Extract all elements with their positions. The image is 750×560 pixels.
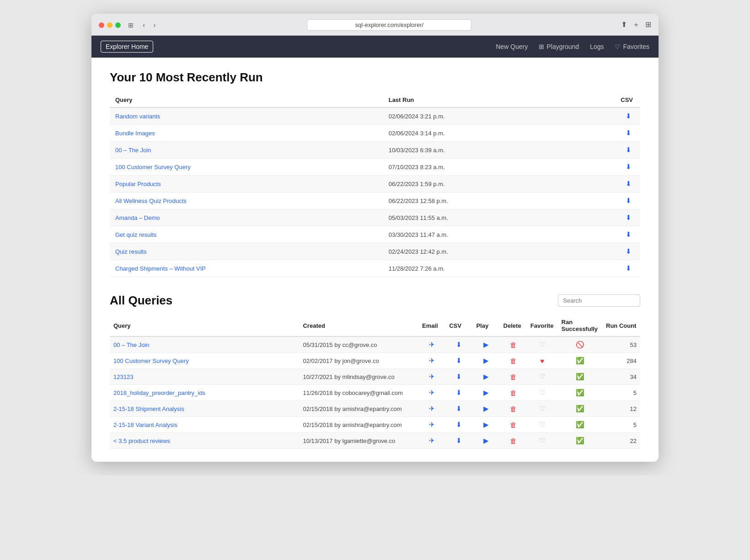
delete-button[interactable]: 🗑 bbox=[509, 405, 518, 413]
favorite-button[interactable]: ♡ bbox=[538, 372, 546, 381]
recent-csv-cell: ⬇ bbox=[573, 142, 640, 159]
recent-csv-download-button[interactable]: ⬇ bbox=[624, 264, 633, 273]
nav-favorites[interactable]: ♡ Favorites bbox=[615, 43, 649, 50]
delete-button[interactable]: 🗑 bbox=[509, 437, 518, 445]
maximize-button[interactable] bbox=[115, 22, 121, 28]
back-button[interactable]: ‹ bbox=[141, 20, 147, 30]
forward-button[interactable]: › bbox=[151, 20, 157, 30]
csv-download-button[interactable]: ⬇ bbox=[455, 404, 463, 413]
email-button[interactable]: ✈ bbox=[428, 340, 436, 349]
recent-section-title: Your 10 Most Recently Run bbox=[110, 70, 640, 85]
play-button[interactable]: ▶ bbox=[482, 372, 490, 381]
query-created-cell: 02/15/2018 by amishra@epantry.com bbox=[299, 417, 418, 433]
recent-query-link[interactable]: Random variants bbox=[115, 113, 160, 120]
recent-csv-download-button[interactable]: ⬇ bbox=[624, 213, 633, 222]
recent-csv-download-button[interactable]: ⬇ bbox=[624, 179, 633, 188]
delete-button[interactable]: 🗑 bbox=[509, 357, 518, 365]
nav-brand[interactable]: Explorer Home bbox=[101, 41, 153, 53]
csv-download-button[interactable]: ⬇ bbox=[455, 436, 463, 445]
recent-csv-download-button[interactable]: ⬇ bbox=[624, 196, 633, 205]
ran-ok-icon: ✅ bbox=[576, 389, 584, 396]
favorite-button[interactable]: ♥ bbox=[539, 357, 546, 365]
nav-playground[interactable]: ⊞ Playground bbox=[539, 43, 579, 50]
recent-query-link[interactable]: 100 Customer Survey Query bbox=[115, 164, 191, 171]
csv-download-button[interactable]: ⬇ bbox=[455, 420, 463, 429]
recent-csv-download-button[interactable]: ⬇ bbox=[624, 145, 633, 155]
recent-query-link[interactable]: Charged Shipments – Without VIP bbox=[115, 265, 206, 272]
email-button[interactable]: ✈ bbox=[428, 436, 436, 445]
favorite-button[interactable]: ♡ bbox=[538, 388, 546, 397]
recent-query-link[interactable]: Bundle Images bbox=[115, 130, 155, 137]
play-button[interactable]: ▶ bbox=[482, 356, 490, 365]
query-play-cell: ▶ bbox=[472, 385, 499, 401]
col-fav-header: Favorite bbox=[527, 315, 558, 336]
email-button[interactable]: ✈ bbox=[428, 356, 436, 365]
all-query-link[interactable]: < 3.5 product reviews bbox=[113, 437, 170, 444]
all-query-link[interactable]: 2018_holiday_preorder_pantry_ids bbox=[113, 389, 205, 396]
query-delete-cell: 🗑 bbox=[500, 385, 527, 401]
delete-button[interactable]: 🗑 bbox=[509, 373, 518, 381]
recent-query-link[interactable]: Quiz results bbox=[115, 248, 147, 255]
query-fav-cell[interactable]: ♡ bbox=[527, 336, 558, 353]
query-email-cell: ✈ bbox=[418, 336, 445, 353]
recent-query-link[interactable]: 00 – The Join bbox=[115, 147, 151, 154]
query-fav-cell[interactable]: ♥ bbox=[527, 353, 558, 369]
query-fav-cell[interactable]: ♡ bbox=[527, 385, 558, 401]
play-button[interactable]: ▶ bbox=[482, 420, 490, 429]
play-button[interactable]: ▶ bbox=[482, 404, 490, 413]
delete-button[interactable]: 🗑 bbox=[509, 421, 518, 429]
query-ran-cell: 🚫 bbox=[558, 336, 602, 353]
email-button[interactable]: ✈ bbox=[428, 420, 436, 429]
recent-query-link[interactable]: All Wellness Quiz Products bbox=[115, 197, 187, 204]
csv-download-button[interactable]: ⬇ bbox=[455, 372, 463, 381]
delete-button[interactable]: 🗑 bbox=[509, 341, 518, 349]
delete-button[interactable]: 🗑 bbox=[509, 389, 518, 397]
recent-query-link[interactable]: Popular Products bbox=[115, 181, 161, 187]
all-query-link[interactable]: 2-15-18 Variant Analysis bbox=[113, 421, 177, 428]
csv-download-button[interactable]: ⬇ bbox=[455, 356, 463, 365]
query-fav-cell[interactable]: ♡ bbox=[527, 417, 558, 433]
recent-query-link[interactable]: Amanda – Demo bbox=[115, 214, 160, 221]
recent-csv-download-button[interactable]: ⬇ bbox=[624, 112, 633, 121]
query-delete-cell: 🗑 bbox=[500, 353, 527, 369]
play-button[interactable]: ▶ bbox=[482, 388, 490, 397]
play-button[interactable]: ▶ bbox=[482, 436, 490, 445]
share-icon[interactable]: ⬆ bbox=[621, 20, 627, 30]
favorite-button[interactable]: ♡ bbox=[538, 436, 546, 445]
nav-new-query[interactable]: New Query bbox=[496, 43, 528, 50]
search-input[interactable] bbox=[558, 294, 640, 307]
query-fav-cell[interactable]: ♡ bbox=[527, 401, 558, 417]
recent-query-link[interactable]: Get quiz results bbox=[115, 231, 156, 238]
query-play-cell: ▶ bbox=[472, 417, 499, 433]
play-button[interactable]: ▶ bbox=[482, 340, 490, 349]
minimize-button[interactable] bbox=[107, 22, 112, 28]
all-query-link[interactable]: 2-15-18 Shipment Analysis bbox=[113, 405, 184, 412]
address-bar[interactable] bbox=[307, 19, 471, 31]
all-query-link[interactable]: 00 – The Join bbox=[113, 341, 150, 348]
csv-download-button[interactable]: ⬇ bbox=[455, 340, 463, 349]
query-row: 2-15-18 Variant Analysis 02/15/2018 by a… bbox=[110, 417, 640, 433]
close-button[interactable] bbox=[99, 22, 104, 28]
query-run-count-cell: 34 bbox=[602, 369, 640, 385]
email-button[interactable]: ✈ bbox=[428, 388, 436, 397]
query-fav-cell[interactable]: ♡ bbox=[527, 433, 558, 449]
query-delete-cell: 🗑 bbox=[500, 401, 527, 417]
sidebar-toggle-button[interactable]: ⊞ bbox=[125, 21, 136, 30]
nav-logs[interactable]: Logs bbox=[590, 43, 604, 50]
recent-csv-download-button[interactable]: ⬇ bbox=[624, 247, 633, 256]
email-button[interactable]: ✈ bbox=[428, 372, 436, 381]
favorite-button[interactable]: ♡ bbox=[538, 340, 546, 349]
recent-csv-download-button[interactable]: ⬇ bbox=[624, 230, 633, 239]
recent-csv-download-button[interactable]: ⬇ bbox=[624, 162, 633, 171]
all-query-link[interactable]: 123123 bbox=[113, 373, 133, 380]
favorite-button[interactable]: ♡ bbox=[538, 404, 546, 413]
all-query-link[interactable]: 100 Customer Survey Query bbox=[113, 357, 189, 364]
csv-download-button[interactable]: ⬇ bbox=[455, 388, 463, 397]
grid-icon[interactable]: ⊞ bbox=[645, 20, 651, 30]
new-tab-icon[interactable]: ＋ bbox=[632, 20, 640, 30]
address-bar-wrap bbox=[162, 19, 616, 31]
favorite-button[interactable]: ♡ bbox=[538, 420, 546, 429]
query-fav-cell[interactable]: ♡ bbox=[527, 369, 558, 385]
recent-csv-download-button[interactable]: ⬇ bbox=[624, 128, 633, 138]
email-button[interactable]: ✈ bbox=[428, 404, 436, 413]
